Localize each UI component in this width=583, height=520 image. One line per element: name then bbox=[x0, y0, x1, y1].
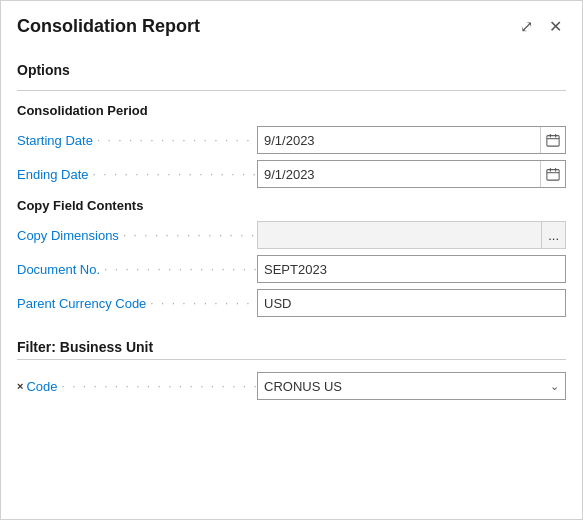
parent-currency-code-dots: · · · · · · · · · · · · · · · · · · · · bbox=[146, 296, 257, 310]
parent-currency-code-label: Parent Currency Code bbox=[17, 296, 146, 311]
expand-button[interactable]: ⤢ bbox=[516, 15, 537, 38]
options-divider bbox=[17, 90, 566, 91]
filter-section-title: Filter: Business Unit bbox=[17, 339, 566, 355]
parent-currency-code-label-container: Parent Currency Code · · · · · · · · · ·… bbox=[17, 296, 257, 311]
filter-code-select-wrapper: CRONUS US ⌄ bbox=[257, 372, 566, 400]
consolidation-period-label: Consolidation Period bbox=[17, 103, 566, 118]
document-no-input[interactable] bbox=[257, 255, 566, 283]
parent-currency-code-input-wrapper bbox=[257, 289, 566, 317]
close-button[interactable]: ✕ bbox=[545, 15, 566, 38]
copy-dimensions-dots: · · · · · · · · · · · · · · · · · · · · bbox=[119, 228, 257, 242]
document-no-row: Document No. · · · · · · · · · · · · · ·… bbox=[17, 253, 566, 285]
dropdown-arrow-icon: ⌄ bbox=[544, 380, 565, 393]
filter-section-divider bbox=[17, 359, 566, 360]
filter-section: Filter: Business Unit × Code · · · · · ·… bbox=[1, 327, 582, 410]
document-no-label-container: Document No. · · · · · · · · · · · · · ·… bbox=[17, 262, 257, 277]
copy-dimensions-ellipsis-button[interactable]: ... bbox=[541, 222, 565, 248]
filter-code-field: CRONUS US ⌄ bbox=[257, 372, 566, 400]
options-section-title: Options bbox=[17, 62, 566, 78]
starting-date-dots: · · · · · · · · · · · · · · · · · · · · bbox=[93, 133, 257, 147]
document-no-input-wrapper bbox=[257, 255, 566, 283]
starting-date-row: Starting Date · · · · · · · · · · · · · … bbox=[17, 124, 566, 156]
ending-date-row: Ending Date · · · · · · · · · · · · · · … bbox=[17, 158, 566, 190]
ending-date-label-container: Ending Date · · · · · · · · · · · · · · … bbox=[17, 167, 257, 182]
options-field-group: Consolidation Period Starting Date · · ·… bbox=[1, 103, 582, 319]
dialog-header: Consolidation Report ⤢ ✕ bbox=[1, 1, 582, 50]
filter-code-select[interactable]: CRONUS US bbox=[258, 373, 544, 399]
copy-dimensions-input[interactable] bbox=[258, 222, 541, 248]
ending-date-dots: · · · · · · · · · · · · · · · · · · · · bbox=[89, 167, 257, 181]
parent-currency-code-input[interactable] bbox=[257, 289, 566, 317]
starting-date-input-wrapper bbox=[257, 126, 566, 154]
filter-code-row: × Code · · · · · · · · · · · · · · · · ·… bbox=[17, 370, 566, 402]
svg-rect-0 bbox=[547, 136, 559, 147]
copy-dimensions-label: Copy Dimensions bbox=[17, 228, 119, 243]
copy-field-contents-label: Copy Field Contents bbox=[17, 198, 566, 213]
options-section: Options bbox=[1, 50, 582, 90]
starting-date-label-container: Starting Date · · · · · · · · · · · · · … bbox=[17, 133, 257, 148]
starting-date-label: Starting Date bbox=[17, 133, 93, 148]
starting-date-calendar-icon[interactable] bbox=[540, 127, 565, 153]
copy-dimensions-field: ... bbox=[257, 221, 566, 249]
ending-date-label: Ending Date bbox=[17, 167, 89, 182]
filter-code-label-container: × Code · · · · · · · · · · · · · · · · ·… bbox=[17, 379, 257, 394]
svg-rect-4 bbox=[547, 170, 559, 181]
filter-code-label: Code bbox=[26, 379, 57, 394]
ending-date-field bbox=[257, 160, 566, 188]
copy-dimensions-row: Copy Dimensions · · · · · · · · · · · · … bbox=[17, 219, 566, 251]
filter-x-symbol: × bbox=[17, 380, 23, 392]
document-no-label: Document No. bbox=[17, 262, 100, 277]
copy-dimensions-input-wrapper: ... bbox=[257, 221, 566, 249]
ending-date-input-wrapper bbox=[257, 160, 566, 188]
header-icons: ⤢ ✕ bbox=[516, 15, 566, 38]
starting-date-field bbox=[257, 126, 566, 154]
dialog-title: Consolidation Report bbox=[17, 16, 200, 37]
consolidation-report-dialog: Consolidation Report ⤢ ✕ Options Consoli… bbox=[0, 0, 583, 520]
ending-date-calendar-icon[interactable] bbox=[540, 161, 565, 187]
copy-dimensions-label-container: Copy Dimensions · · · · · · · · · · · · … bbox=[17, 228, 257, 243]
filter-code-dots: · · · · · · · · · · · · · · · · · · · · bbox=[58, 379, 257, 393]
ending-date-input[interactable] bbox=[258, 161, 540, 187]
parent-currency-code-row: Parent Currency Code · · · · · · · · · ·… bbox=[17, 287, 566, 319]
starting-date-input[interactable] bbox=[258, 127, 540, 153]
document-no-dots: · · · · · · · · · · · · · · · · · · · · bbox=[100, 262, 257, 276]
